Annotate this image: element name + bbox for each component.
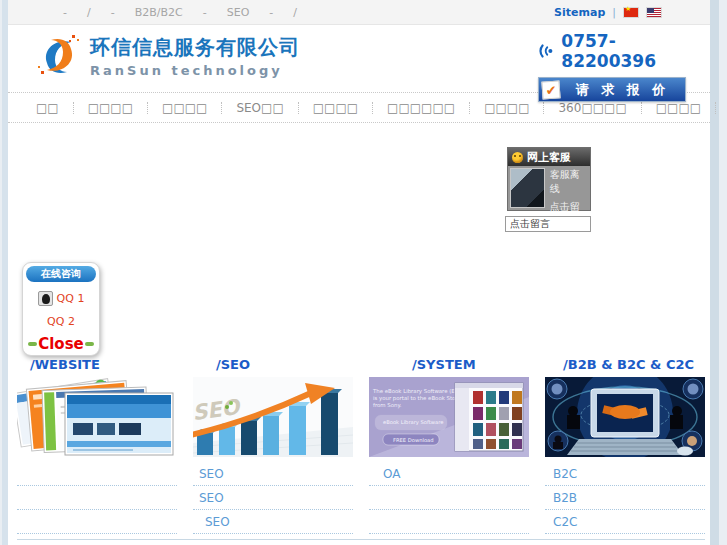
svg-text:FREE Download: FREE Download (393, 437, 434, 443)
online-consult-title: 在线咨询 (26, 266, 96, 282)
request-quote-label: 请 求 报 价 (560, 81, 685, 99)
qq-messenger-icon (38, 291, 53, 306)
header: 环信信息服务有限公司 RanSun technology 0757-822003… (8, 25, 710, 92)
qq-contact-2[interactable]: QQ 2 (23, 315, 99, 328)
customer-service-title: 网上客服 (527, 150, 571, 165)
nav-item-10[interactable]: □□□□ (715, 102, 727, 114)
svg-text:is your portal to the eBook St: is your portal to the eBook Store (373, 395, 461, 402)
column-system: /SYSTEM The eBook Library Software (EBL)… (369, 357, 529, 534)
system-link-2[interactable] (369, 486, 529, 510)
company-logo: 环信信息服务有限公司 RanSun technology (36, 33, 300, 79)
sitemap-link[interactable]: Sitemap (554, 6, 605, 19)
topbar-link-b2b[interactable]: B2B/B2C (135, 6, 183, 19)
website-link-2[interactable] (17, 486, 177, 510)
seo-heading[interactable]: /SEO (193, 357, 353, 375)
topbar-link[interactable]: - (111, 6, 115, 19)
seo-link-3[interactable]: SEO (193, 510, 353, 534)
system-heading[interactable]: /SYSTEM (369, 357, 529, 375)
nav-item-2[interactable]: □□□□ (73, 102, 147, 114)
green-dash-icon (28, 342, 37, 346)
smiley-icon (512, 152, 523, 163)
close-panel-button[interactable]: Close (38, 335, 84, 353)
topbar-separator: | (612, 6, 616, 19)
website-link-3[interactable] (17, 510, 177, 534)
system-link-1[interactable]: OA (369, 462, 529, 486)
topbar-link[interactable]: - (63, 6, 67, 19)
main-area: 网上客服 客服离线 点击留言 点击留言 在线咨询 QQ 1 (8, 123, 710, 544)
company-name-english: RanSun technology (90, 63, 300, 78)
nav-item-seo[interactable]: SEO□□ (221, 102, 297, 114)
company-name-chinese: 环信信息服务有限公司 (90, 34, 300, 61)
content-area: - / - B2B/B2C - SEO - / Sitemap | (8, 0, 710, 545)
b2b-link-1[interactable]: B2C (545, 462, 705, 486)
seo-link-2[interactable]: SEO (193, 486, 353, 510)
topbar-link-seo[interactable]: SEO (227, 6, 250, 19)
topbar-link[interactable]: - (203, 6, 207, 19)
b2b-links: B2C B2B C2C (545, 462, 705, 534)
green-dash-icon (85, 342, 94, 346)
column-website: /WEBSITE (17, 357, 177, 534)
phone-number: 0757-82200396 (561, 31, 698, 71)
leave-message-box[interactable]: 点击留言 (505, 216, 591, 232)
customer-service-header: 网上客服 (508, 148, 590, 166)
nav-item-1[interactable]: □□ (22, 102, 73, 114)
seo-links: SEO SEO SEO (193, 462, 353, 534)
websites-collage-image[interactable] (17, 377, 177, 457)
website-links (17, 462, 177, 534)
qq-contact-1[interactable]: QQ 1 (23, 291, 99, 306)
column-b2b: /B2B & B2C & C2C (545, 357, 705, 534)
nav-item-5[interactable]: □□□□ (298, 102, 372, 114)
service-status-text: 客服离线 (550, 168, 588, 196)
svg-text:eBook Library Software: eBook Library Software (383, 419, 443, 426)
topbar-link[interactable]: / (293, 6, 297, 19)
china-flag-icon[interactable] (623, 7, 639, 18)
phone-row: 0757-82200396 (538, 31, 698, 71)
topbar-link[interactable]: / (87, 6, 91, 19)
seo-chart-image[interactable]: SEO (193, 377, 353, 457)
nav-item-6[interactable]: □□□□□□ (372, 102, 469, 114)
agent-photo (510, 168, 545, 208)
b2b-link-2[interactable]: B2B (545, 486, 705, 510)
topbar-right: Sitemap | (554, 6, 710, 19)
ebook-software-image[interactable]: The eBook Library Software (EBL) is your… (369, 377, 529, 457)
qq-close-row: Close (23, 335, 99, 353)
qq2-label: QQ 2 (47, 315, 75, 328)
seo-link-1[interactable]: SEO (193, 462, 353, 486)
checkbox-pencil-icon: ✔ (541, 80, 560, 99)
logo-text: 环信信息服务有限公司 RanSun technology (90, 34, 300, 78)
online-consult-panel: 在线咨询 QQ 1 QQ 2 Close (22, 262, 100, 356)
website-link-1[interactable] (17, 462, 177, 486)
nav-item-9[interactable]: □□□□ (641, 102, 715, 114)
nav-item-7[interactable]: □□□□ (469, 102, 543, 114)
topbar-links: - / - B2B/B2C - SEO - / (8, 6, 297, 19)
customer-service-widget: 网上客服 客服离线 点击留言 (507, 147, 591, 211)
request-quote-button[interactable]: ✔ 请 求 报 价 (538, 77, 686, 102)
header-right: 0757-82200396 ✔ 请 求 报 价 (538, 31, 698, 102)
page-right-margin (710, 0, 719, 545)
logo-swirl-icon (36, 33, 82, 79)
nav-item-3[interactable]: □□□□ (147, 102, 221, 114)
usa-flag-icon[interactable] (646, 7, 662, 18)
page: - / - B2B/B2C - SEO - / Sitemap | (0, 0, 727, 545)
topbar-link[interactable]: - (269, 6, 273, 19)
ecommerce-computer-image[interactable] (545, 377, 705, 457)
top-utility-bar: - / - B2B/B2C - SEO - / Sitemap | (8, 0, 710, 25)
website-heading[interactable]: /WEBSITE (17, 357, 177, 375)
svg-text:The eBook Library Software (EB: The eBook Library Software (EBL) (372, 388, 464, 395)
b2b-link-3[interactable]: C2C (545, 510, 705, 534)
system-links: OA (369, 462, 529, 534)
qq1-label: QQ 1 (57, 292, 85, 305)
service-columns: /WEBSITE (17, 357, 705, 534)
phone-icon (538, 41, 556, 61)
nav-item-360[interactable]: 360□□□□ (543, 102, 640, 114)
svg-text:from Sony.: from Sony. (373, 402, 402, 409)
footer-divider (17, 539, 705, 540)
system-link-3[interactable] (369, 510, 529, 534)
column-seo: /SEO SEO (193, 357, 353, 534)
b2b-heading[interactable]: /B2B & B2C & C2C (545, 357, 705, 375)
